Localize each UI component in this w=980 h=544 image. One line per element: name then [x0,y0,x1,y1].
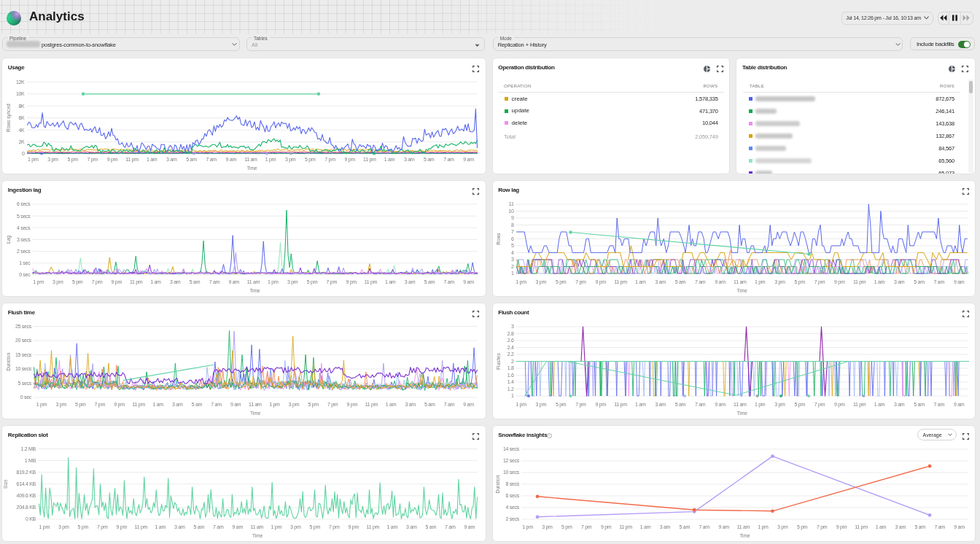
svg-text:1.8: 1.8 [507,365,513,370]
svg-text:9 am: 9 am [463,402,474,407]
svg-text:11 pm: 11 pm [365,402,378,408]
svg-text:11 pm: 11 pm [619,524,632,530]
svg-text:7 am: 7 am [445,524,456,529]
svg-text:3 pm: 3 pm [535,279,546,285]
svg-text:9 pm: 9 pm [114,402,125,408]
svg-text:11 pm: 11 pm [367,524,380,530]
svg-text:11 am: 11 am [249,402,262,407]
svg-text:1 am: 1 am [384,157,395,162]
svg-text:2.6: 2.6 [507,338,513,343]
svg-text:2: 2 [510,264,513,269]
svg-text:3 am: 3 am [170,279,181,284]
svg-text:3 am: 3 am [655,402,666,407]
svg-text:7: 7 [510,229,513,234]
svg-text:3 pm: 3 pm [287,279,298,285]
svg-text:Time: Time [736,288,747,293]
svg-text:Rows synced: Rows synced [6,104,12,132]
svg-text:11 pm: 11 pm [852,402,866,408]
svg-text:9 am: 9 am [226,157,237,162]
svg-text:7 am: 7 am [444,279,455,284]
svg-text:3 am: 3 am [659,524,670,529]
svg-text:5 am: 5 am [914,402,925,407]
svg-text:11 pm: 11 pm [135,524,148,530]
svg-text:409.6 KB: 409.6 KB [17,493,36,498]
svg-text:1 am: 1 am [153,402,164,407]
svg-text:Duration: Duration [495,475,500,493]
svg-text:10 secs: 10 secs [15,366,32,371]
svg-text:3 pm: 3 pm [55,402,66,408]
svg-text:10K: 10K [16,91,25,96]
svg-text:11 pm: 11 pm [130,279,143,285]
svg-text:7 pm: 7 pm [816,524,827,530]
svg-text:5 am: 5 am [186,157,197,162]
svg-text:1 am: 1 am [875,524,886,529]
svg-text:3 secs: 3 secs [17,237,31,242]
svg-text:1 am: 1 am [635,402,646,407]
svg-text:1 pm: 1 pm [271,524,282,530]
svg-text:Duration: Duration [6,353,11,371]
svg-text:5 pm: 5 pm [561,524,572,530]
svg-text:1 am: 1 am [385,279,396,284]
svg-text:9 pm: 9 pm [347,402,358,408]
svg-text:3 am: 3 am [405,402,416,407]
svg-text:1 pm: 1 pm [269,402,280,408]
svg-text:11 am: 11 am [251,524,264,529]
svg-text:2: 2 [510,359,513,364]
svg-text:7 pm: 7 pm [327,279,338,285]
svg-text:1 MB: 1 MB [25,458,36,463]
svg-text:2.2: 2.2 [507,351,513,357]
svg-text:9 am: 9 am [953,402,964,407]
svg-text:819.2 KB: 819.2 KB [17,470,36,475]
svg-text:Time: Time [736,411,747,416]
svg-text:3 am: 3 am [404,157,415,162]
svg-text:3 pm: 3 pm [774,279,785,285]
svg-text:7 am: 7 am [443,157,454,162]
svg-text:Time: Time [250,411,261,416]
svg-text:5 am: 5 am [424,279,435,284]
svg-text:1 am: 1 am [874,279,884,284]
svg-text:5 am: 5 am [424,402,435,407]
svg-text:7 am: 7 am [213,524,224,529]
svg-text:5 pm: 5 pm [308,402,319,408]
svg-text:9 pm: 9 pm [600,524,611,530]
svg-text:5 am: 5 am [914,279,925,284]
svg-text:11 pm: 11 pm [365,279,378,285]
svg-text:7 pm: 7 pm [329,524,340,530]
svg-text:1 pm: 1 pm [754,402,765,408]
svg-text:1 am: 1 am [147,157,158,162]
svg-text:9 pm: 9 pm [344,157,355,163]
svg-text:5 pm: 5 pm [307,279,318,285]
svg-text:1 pm: 1 pm [36,402,47,408]
svg-text:5 pm: 5 pm [555,279,566,285]
svg-text:3 pm: 3 pm [290,524,301,530]
svg-text:9 pm: 9 pm [595,279,606,285]
svg-text:5 pm: 5 pm [555,402,566,408]
svg-text:8K: 8K [19,104,26,109]
svg-text:7 am: 7 am [695,402,706,407]
svg-text:9 pm: 9 pm [117,524,128,530]
svg-text:11 am: 11 am [736,524,750,529]
svg-text:1.2: 1.2 [507,386,513,392]
svg-text:9 am: 9 am [463,279,474,284]
svg-text:5 am: 5 am [190,279,201,284]
svg-text:1 pm: 1 pm [516,279,526,285]
svg-text:1 am: 1 am [150,279,161,284]
svg-text:8 secs: 8 secs [505,481,519,486]
svg-text:1 am: 1 am [639,524,650,529]
svg-text:3: 3 [510,324,513,329]
svg-text:614.4 KB: 614.4 KB [17,481,36,486]
svg-text:7 am: 7 am [211,402,222,407]
svg-text:6 secs: 6 secs [505,493,519,498]
svg-text:7 pm: 7 pm [575,402,586,408]
svg-text:0: 0 [22,151,25,156]
svg-text:Time: Time [252,533,263,538]
svg-text:11 pm: 11 pm [363,157,376,163]
svg-text:11 am: 11 am [247,279,260,284]
svg-text:9 am: 9 am [233,524,244,529]
svg-text:2 secs: 2 secs [17,249,31,254]
svg-text:7 pm: 7 pm [95,402,106,408]
svg-text:7 am: 7 am [444,402,455,407]
svg-text:9 pm: 9 pm [595,402,606,408]
svg-text:5 pm: 5 pm [72,279,83,285]
svg-text:7 pm: 7 pm [97,524,108,530]
